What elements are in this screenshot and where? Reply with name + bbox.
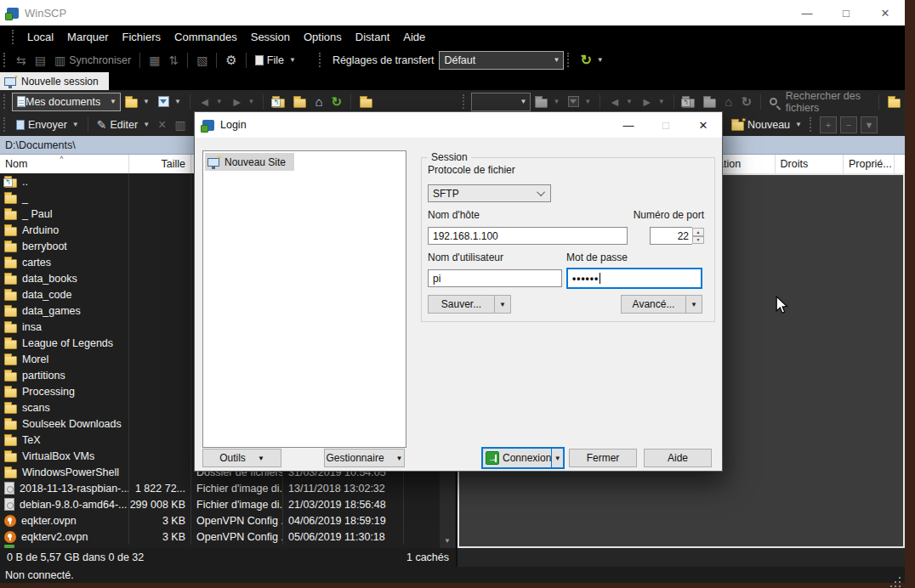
file-name-text: eqkter.ovpn: [21, 515, 77, 527]
spin-down-icon[interactable]: ▼: [692, 236, 704, 245]
right-refresh-button[interactable]: [736, 92, 756, 112]
column-header-name[interactable]: Nom˄: [0, 155, 129, 173]
background-transfers-button[interactable]: [192, 50, 212, 71]
right-open-directory-button[interactable]: ▼: [531, 92, 564, 112]
transfer-mode-button[interactable]: [164, 50, 183, 71]
manager-button[interactable]: Gestionnaire▼: [324, 449, 405, 467]
menu-distant[interactable]: Distant: [349, 31, 396, 43]
add-button[interactable]: +: [820, 116, 837, 133]
left-back-button[interactable]: ▼: [195, 92, 227, 112]
right-parent-directory-button[interactable]: [678, 92, 699, 112]
right-forward-button[interactable]: ▼: [637, 92, 669, 112]
menu-grip[interactable]: [12, 30, 15, 44]
close-button[interactable]: ✕: [866, 0, 905, 25]
file-row[interactable]: 2018-11-13-raspbian-...1 822 72...Fichie…: [0, 480, 456, 496]
password-input[interactable]: ••••••: [566, 268, 702, 289]
right-home-directory-button[interactable]: [720, 92, 736, 112]
left-location-toolbar: Mes documents▼ ▼ ▼ ▼ ▼: [0, 90, 377, 113]
separator: [187, 53, 188, 68]
close-dialog-button[interactable]: Fermer: [569, 449, 637, 467]
file-name-text: scans: [22, 402, 50, 414]
console-button[interactable]: [145, 50, 164, 71]
file-name-text: Arduino: [22, 224, 59, 236]
folder-icon: [4, 356, 17, 365]
left-filter-button[interactable]: ▼: [154, 92, 185, 112]
file-row[interactable]: eqkter.ovpn3 KBOpenVPN Config ...04/06/2…: [0, 512, 456, 529]
minimize-button[interactable]: —: [787, 0, 827, 25]
menu-options[interactable]: Options: [297, 31, 349, 43]
transfer-preset-combo[interactable]: Défaut▼: [439, 51, 564, 70]
menu-commandes[interactable]: Commandes: [168, 31, 244, 43]
file-name-text: Processing: [22, 386, 75, 398]
right-copy-path-button[interactable]: [884, 92, 905, 112]
upload-button[interactable]: Envoyer▼: [12, 115, 83, 135]
left-parent-directory-button[interactable]: [268, 92, 289, 112]
delete-button[interactable]: [154, 115, 170, 135]
scroll-down-icon[interactable]: ▼: [440, 534, 455, 548]
folder-icon: [4, 437, 17, 446]
left-copy-path-button[interactable]: [355, 92, 377, 112]
protocol-select[interactable]: SFTP: [428, 184, 551, 202]
port-spinner[interactable]: ▲▼: [692, 228, 704, 244]
remove-button[interactable]: −: [840, 116, 857, 133]
right-column-header[interactable]: Proprié...: [844, 155, 895, 173]
file-row[interactable]: eqkterv2.ovpn3 KBOpenVPN Config ...05/06…: [0, 529, 456, 545]
maximize-button[interactable]: □: [827, 0, 866, 25]
preferences-button[interactable]: [221, 50, 241, 71]
transfer-settings-dropdown[interactable]: ▼: [576, 50, 607, 71]
login-button[interactable]: Connexion ▼: [481, 447, 565, 469]
column-header-size[interactable]: Taille: [129, 155, 191, 173]
grip[interactable]: [567, 53, 571, 67]
left-forward-button[interactable]: ▼: [227, 92, 259, 112]
toolbar-grip[interactable]: [3, 53, 7, 67]
menu-fichiers[interactable]: Fichiers: [116, 31, 168, 43]
transfer-toolbar-grip[interactable]: [319, 53, 322, 67]
grip[interactable]: [810, 117, 813, 132]
tab-new-session[interactable]: ✶ Nouvelle session: [0, 72, 109, 90]
chevron-down-icon[interactable]: ▼: [552, 455, 563, 462]
file-row[interactable]: debian-9.8.0-amd64-...299 008 KBFichier …: [0, 496, 456, 512]
username-input[interactable]: pi: [428, 269, 562, 287]
synchronize-button[interactable]: Synchroniser: [50, 50, 135, 71]
new-button[interactable]: Nouveau▼: [727, 115, 806, 135]
help-button[interactable]: Aide: [644, 449, 712, 467]
left-open-directory-button[interactable]: ▼: [121, 92, 154, 112]
left-root-directory-button[interactable]: [289, 92, 310, 112]
ovpn-icon: [4, 531, 16, 543]
synchronize-browsing-button[interactable]: [12, 50, 31, 71]
queue-dropdown[interactable]: File▼: [251, 50, 300, 71]
dialog-minimize-button[interactable]: —: [610, 112, 647, 138]
menu-aide[interactable]: Aide: [396, 31, 432, 43]
folder-icon: [4, 388, 17, 398]
right-root-directory-button[interactable]: [699, 92, 720, 112]
site-list[interactable]: ✶ Nouveau Site: [202, 150, 406, 448]
right-column-header[interactable]: Droits: [776, 155, 844, 173]
find-files-button[interactable]: Rechercher des fichiers: [765, 92, 874, 112]
host-input[interactable]: 192.168.1.100: [428, 227, 628, 245]
edit-button[interactable]: Editer▼: [93, 115, 154, 135]
grip[interactable]: [3, 94, 7, 109]
left-home-directory-button[interactable]: [310, 92, 327, 112]
save-button[interactable]: Sauver...▼: [428, 295, 511, 314]
resize-grip[interactable]: [899, 577, 901, 579]
menu-local[interactable]: Local: [20, 31, 60, 43]
file-name-text: data_code: [22, 289, 71, 301]
right-drive-combo[interactable]: ▼: [471, 93, 531, 111]
dialog-close-button[interactable]: ✕: [685, 112, 722, 138]
keep-up-to-date-button[interactable]: [31, 50, 50, 71]
right-back-button[interactable]: ▼: [605, 92, 637, 112]
right-filter-button[interactable]: ▼: [564, 92, 595, 112]
advanced-button[interactable]: Avancé...▼: [621, 295, 702, 314]
menu-marquer[interactable]: Marquer: [60, 31, 115, 43]
grip[interactable]: [3, 117, 7, 132]
site-item-new-site[interactable]: ✶ Nouveau Site: [205, 153, 294, 171]
port-input[interactable]: 22: [650, 227, 692, 245]
tools-button[interactable]: Outils▼: [202, 449, 281, 467]
properties-button[interactable]: [170, 115, 190, 135]
left-refresh-button[interactable]: [327, 92, 346, 112]
menu-session[interactable]: Session: [244, 31, 297, 43]
dropdown-button[interactable]: ▼: [861, 116, 878, 133]
left-drive-combo[interactable]: Mes documents▼: [12, 93, 121, 111]
spin-up-icon[interactable]: ▲: [692, 228, 704, 236]
grip[interactable]: [463, 94, 466, 109]
